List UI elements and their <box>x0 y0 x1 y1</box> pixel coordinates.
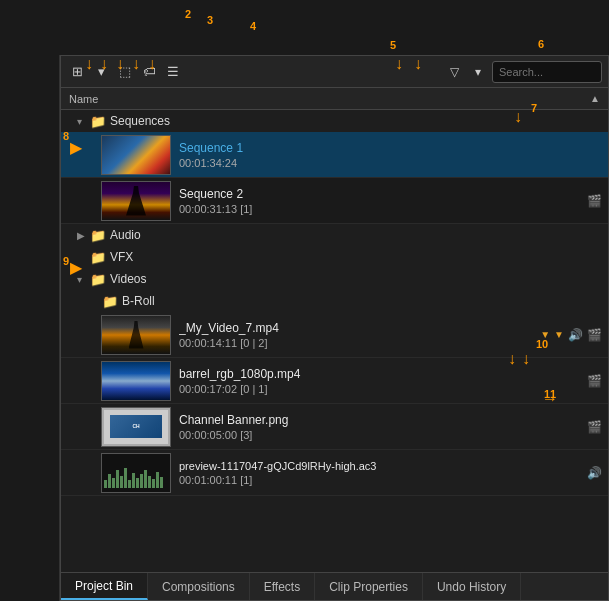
preview-audio-graphic <box>102 454 170 492</box>
sequence-2-time: 00:00:31:13 [1] <box>179 203 583 215</box>
wave-bar <box>152 479 155 488</box>
wave-bar <box>160 477 163 488</box>
annotation-6: 6 <box>538 38 544 50</box>
wave-bar <box>128 480 131 488</box>
videos-folder[interactable]: ▾ 📁 Videos <box>61 268 608 290</box>
barrel-video-icon: 🎬 <box>587 374 602 388</box>
videos-folder-icon: 📁 <box>90 272 106 287</box>
barrel-info: barrel_rgb_1080p.mp4 00:00:17:02 [0 | 1] <box>179 367 583 395</box>
broll-folder[interactable]: 📁 B-Roll <box>61 290 608 312</box>
file-tree: ▾ 📁 Sequences Sequence 1 00:01:34:24 Seq… <box>61 110 608 572</box>
broll-folder-icon: 📁 <box>102 294 118 309</box>
sequences-folder[interactable]: ▾ 📁 Sequences <box>61 110 608 132</box>
video7-silhouette <box>129 321 144 349</box>
wave-bar <box>120 476 123 488</box>
new-item-button[interactable]: ⬚ <box>115 62 135 82</box>
sequence-1-item[interactable]: Sequence 1 00:01:34:24 <box>61 132 608 178</box>
sequence-2-icons: 🎬 <box>587 194 602 208</box>
wave-bar <box>156 472 159 488</box>
sequence-2-video-icon: 🎬 <box>587 194 602 208</box>
audio-expand-arrow: ▶ <box>77 230 87 241</box>
column-header: Name ▲ <box>61 88 608 110</box>
video7-name: _My_Video_7.mp4 <box>179 321 536 335</box>
video7-download2-icon[interactable]: ▼ <box>554 329 564 340</box>
filter-button[interactable]: ▽ <box>444 62 464 82</box>
barrel-item[interactable]: barrel_rgb_1080p.mp4 00:00:17:02 [0 | 1]… <box>61 358 608 404</box>
wave-bar <box>148 476 151 488</box>
sequence-2-name: Sequence 2 <box>179 187 583 201</box>
wave-bar <box>140 474 143 488</box>
name-column-header: Name <box>69 93 98 105</box>
wave-bar <box>108 474 111 488</box>
barrel-icons: 🎬 <box>587 374 602 388</box>
video7-icons: ▼ ▼ 🔊 🎬 <box>540 328 602 342</box>
search-input[interactable] <box>499 66 595 78</box>
preview-item[interactable]: preview-1117047-gQJCd9lRHy-high.ac3 00:0… <box>61 450 608 496</box>
banner-inner-graphic: CH <box>110 415 161 439</box>
sort-icon[interactable]: ▲ <box>590 93 600 104</box>
wave-bar <box>144 470 147 488</box>
video7-audio-icon: 🔊 <box>568 328 583 342</box>
sequence-1-thumbnail <box>101 135 171 175</box>
sequence-2-silhouette <box>126 186 146 216</box>
left-panel-strip <box>0 55 60 601</box>
barrel-thumb-graphic <box>102 362 170 400</box>
wave-bar <box>124 468 127 488</box>
tab-clip-properties[interactable]: Clip Properties <box>315 573 423 600</box>
broll-label: B-Roll <box>122 294 155 308</box>
banner-icons: 🎬 <box>587 420 602 434</box>
banner-thumb-graphic: CH <box>102 408 170 446</box>
preview-audio-icon: 🔊 <box>587 466 602 480</box>
banner-time: 00:00:05:00 [3] <box>179 429 583 441</box>
filter-dropdown-button[interactable]: ▾ <box>468 62 488 82</box>
bottom-tabs: Project Bin Compositions Effects Clip Pr… <box>61 572 608 600</box>
audio-wave <box>104 468 168 488</box>
annotation-2: 2 <box>185 8 191 20</box>
sequence-2-thumb-graphic <box>102 182 170 220</box>
search-box <box>492 61 602 83</box>
tab-project-bin[interactable]: Project Bin <box>61 573 148 600</box>
sequence-1-info: Sequence 1 00:01:34:24 <box>179 141 602 169</box>
vfx-label: VFX <box>110 250 133 264</box>
video7-thumbnail <box>101 315 171 355</box>
video7-thumb-graphic <box>102 316 170 354</box>
banner-text: CH <box>132 423 139 429</box>
sequence-2-info: Sequence 2 00:00:31:13 [1] <box>179 187 583 215</box>
barrel-time: 00:00:17:02 [0 | 1] <box>179 383 583 395</box>
preview-icons: 🔊 <box>587 466 602 480</box>
dropdown-button[interactable]: ▾ <box>91 62 111 82</box>
videos-label: Videos <box>110 272 146 286</box>
list-view-button[interactable]: ☰ <box>163 62 183 82</box>
sequence-1-time: 00:01:34:24 <box>179 157 602 169</box>
tag-button[interactable]: 🏷 <box>139 62 159 82</box>
banner-name: Channel Banner.png <box>179 413 583 427</box>
sequence-1-name: Sequence 1 <box>179 141 602 155</box>
preview-time: 00:01:00:11 [1] <box>179 474 583 486</box>
tab-effects[interactable]: Effects <box>250 573 315 600</box>
videos-expand-arrow: ▾ <box>77 274 87 285</box>
sequence-2-item[interactable]: Sequence 2 00:00:31:13 [1] 🎬 <box>61 178 608 224</box>
annotation-3: 3 <box>207 14 213 26</box>
tab-undo-history[interactable]: Undo History <box>423 573 521 600</box>
sequences-expand-arrow: ▾ <box>77 116 87 127</box>
wave-bar <box>136 478 139 488</box>
vfx-folder[interactable]: 📁 VFX <box>61 246 608 268</box>
audio-folder[interactable]: ▶ 📁 Audio <box>61 224 608 246</box>
sequence-1-thumb-graphic <box>102 136 170 174</box>
barrel-thumbnail <box>101 361 171 401</box>
video7-item[interactable]: _My_Video_7.mp4 00:00:14:11 [0 | 2] ▼ ▼ … <box>61 312 608 358</box>
preview-thumbnail <box>101 453 171 493</box>
preview-info: preview-1117047-gQJCd9lRHy-high.ac3 00:0… <box>179 460 583 486</box>
wave-bar <box>116 470 119 488</box>
banner-thumbnail: CH <box>101 407 171 447</box>
sequences-label: Sequences <box>110 114 170 128</box>
annotation-5: 5 <box>390 39 396 51</box>
toolbar: ⊞ ▾ ⬚ 🏷 ☰ ▽ ▾ <box>61 56 608 88</box>
banner-item[interactable]: CH Channel Banner.png 00:00:05:00 [3] 🎬 <box>61 404 608 450</box>
wave-bar <box>104 480 107 488</box>
wave-bar <box>112 478 115 488</box>
video7-time: 00:00:14:11 [0 | 2] <box>179 337 536 349</box>
tab-compositions[interactable]: Compositions <box>148 573 250 600</box>
video7-download-icon[interactable]: ▼ <box>540 329 550 340</box>
new-bin-button[interactable]: ⊞ <box>67 62 87 82</box>
